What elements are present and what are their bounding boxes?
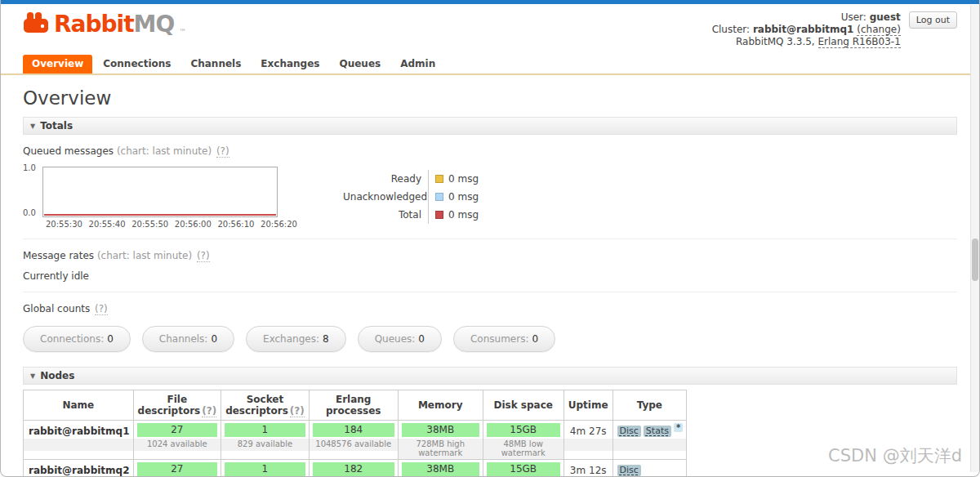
node-row-rabbitmq2: rabbit@rabbitmq2 271024 available 1829 a… [24, 460, 687, 477]
file-descriptors-cell: 271024 available [133, 421, 221, 460]
chart-legend: Ready 0 msg Unacknowledged 0 msg Total 0… [343, 170, 479, 229]
scrollbar-thumb[interactable] [972, 238, 978, 281]
pill-value: 0 [107, 333, 114, 345]
pill-label: Consumers: [470, 333, 528, 345]
type-cell: DiscStats* [612, 421, 687, 460]
collapse-caret-icon: ▼ [30, 372, 35, 380]
rabbitmq-logo: RabbitMQ ™ [23, 11, 186, 38]
socket-descriptors-cell: 1829 available [221, 460, 310, 477]
erlang-processes-cell: 1821048576 available [309, 460, 398, 477]
global-counts-pills: Connections:0 Channels:0 Exchanges:8 Que… [23, 326, 957, 352]
tab-admin[interactable]: Admin [391, 55, 444, 74]
pill-label: Exchanges: [263, 333, 319, 345]
tab-exchanges[interactable]: Exchanges [252, 55, 328, 74]
usage-bar: 27 [137, 423, 218, 437]
message-rates-status: Currently idle [23, 270, 957, 282]
queued-messages-hint: (chart: last minute) [117, 145, 212, 157]
memory-cell: 38MB728MB high watermark [398, 421, 483, 460]
col-disk-space: Disk space [483, 390, 564, 421]
message-rates-help-icon[interactable]: (?) [197, 250, 210, 262]
count-pill-connections: Connections:0 [23, 326, 131, 352]
x-tick: 20:55:30 [46, 220, 82, 229]
legend-label-total: Total [343, 206, 428, 224]
usage-bar: 38MB [402, 462, 479, 476]
node-name-cell: rabbit@rabbitmq1 [24, 421, 134, 460]
disk-space-cell: 15GB48MB low watermark [483, 460, 564, 477]
nodes-table-header-row: Name File descriptors(?) Socket descript… [24, 390, 687, 421]
legend-value-total: 0 msg [448, 209, 479, 221]
divider [23, 292, 957, 292]
section-title-totals: Totals [40, 120, 73, 132]
collapse-caret-icon: ▼ [30, 123, 35, 130]
node-type-badge-star: * [674, 423, 683, 432]
section-header-nodes[interactable]: ▼Nodes [23, 367, 957, 385]
socket-descriptors-help-icon[interactable]: (?) [290, 405, 305, 417]
tab-channels[interactable]: Channels [181, 55, 250, 74]
user-value: guest [870, 11, 901, 23]
file-descriptors-help-icon[interactable]: (?) [202, 405, 216, 417]
node-type-badge-disc: Disc [617, 465, 641, 476]
rabbit-icon [23, 11, 49, 38]
legend-entry-ready: 0 msg [428, 170, 479, 188]
uptime-cell: 4m 27s [564, 421, 612, 460]
global-counts-heading: Global counts (?) [23, 303, 957, 314]
col-name: Name [24, 390, 134, 421]
chart-wrap: 1.0 0.0 20:55:30 20:55:40 20:55:50 20:56… [23, 167, 297, 229]
node-type-badge-stats: Stats [644, 426, 671, 437]
col-memory: Memory [398, 390, 483, 421]
usage-bar: 1 [225, 423, 305, 437]
usage-bar: 27 [137, 462, 218, 476]
queued-messages-heading: Queued messages (chart: last minute) (?) [23, 145, 957, 157]
nodes-table: Name File descriptors(?) Socket descript… [23, 390, 687, 477]
tab-overview[interactable]: Overview [23, 55, 92, 74]
usage-bar: 15GB [487, 423, 560, 437]
queued-messages-chart-area: 1.0 0.0 20:55:30 20:55:40 20:55:50 20:56… [23, 167, 957, 229]
pill-value: 8 [323, 333, 329, 345]
global-counts-help-icon[interactable]: (?) [95, 303, 108, 315]
legend-entry-unacknowledged: 0 msg [428, 188, 479, 206]
x-tick: 20:56:20 [261, 220, 297, 229]
logout-button[interactable]: Log out [909, 11, 957, 29]
legend-swatch-unacknowledged [435, 193, 443, 201]
memory-cell: 38MB728MB high watermark [398, 460, 483, 477]
section-header-totals[interactable]: ▼Totals [23, 117, 957, 135]
header-meta-block: User: guest Cluster: rabbit@rabbitmq1 (c… [712, 11, 957, 48]
file-descriptors-cell: 271024 available [133, 460, 221, 477]
app-header: RabbitMQ ™ User: guest Cluster: rabbit@r… [0, 4, 980, 48]
usage-bar: 15GB [487, 462, 560, 476]
pill-label: Queues: [375, 333, 416, 345]
usage-bar: 184 [313, 423, 394, 437]
chart-x-axis-labels: 20:55:30 20:55:40 20:55:50 20:56:00 20:5… [46, 220, 297, 229]
legend-label-ready: Ready [343, 170, 428, 188]
chart-y-min-label: 0.0 [23, 208, 36, 217]
node-row-rabbitmq1: rabbit@rabbitmq1 271024 available 1829 a… [24, 421, 687, 460]
col-file-descriptors: File descriptors(?) [133, 390, 221, 421]
cluster-change-link[interactable]: (change) [857, 24, 901, 36]
pill-value: 0 [418, 333, 425, 345]
session-info: User: guest Cluster: rabbit@rabbitmq1 (c… [712, 11, 901, 48]
queued-messages-label: Queued messages [23, 145, 114, 157]
count-pill-channels: Channels:0 [142, 326, 234, 352]
tab-connections[interactable]: Connections [94, 55, 180, 74]
usage-bar: 1 [225, 462, 305, 476]
usage-bar: 38MB [402, 423, 479, 437]
logo-text-rabbit: Rabbit [54, 11, 134, 38]
node-type-badge-disc: Disc [617, 426, 641, 437]
logo-wordmark: RabbitMQ [54, 11, 174, 38]
col-socket-descriptors: Socket descriptors(?) [221, 390, 310, 421]
usage-bar: 182 [313, 462, 394, 476]
socket-descriptors-cell: 1829 available [221, 421, 310, 460]
user-line: User: guest [712, 11, 901, 24]
col-type: Type [612, 390, 687, 421]
erlang-version-link[interactable]: Erlang R16B03-1 [818, 36, 901, 48]
type-cell: Disc [612, 460, 687, 477]
queued-messages-help-icon[interactable]: (?) [216, 145, 229, 158]
message-rates-hint: (chart: last minute) [97, 250, 192, 261]
col-uptime: Uptime [564, 390, 612, 421]
pill-label: Channels: [159, 333, 208, 345]
version-line: RabbitMQ 3.3.5, Erlang R16B03-1 [712, 36, 901, 48]
count-pill-exchanges: Exchanges:8 [246, 326, 346, 352]
x-tick: 20:56:00 [175, 220, 212, 229]
tab-queues[interactable]: Queues [330, 55, 390, 74]
legend-entry-total: 0 msg [428, 206, 479, 224]
